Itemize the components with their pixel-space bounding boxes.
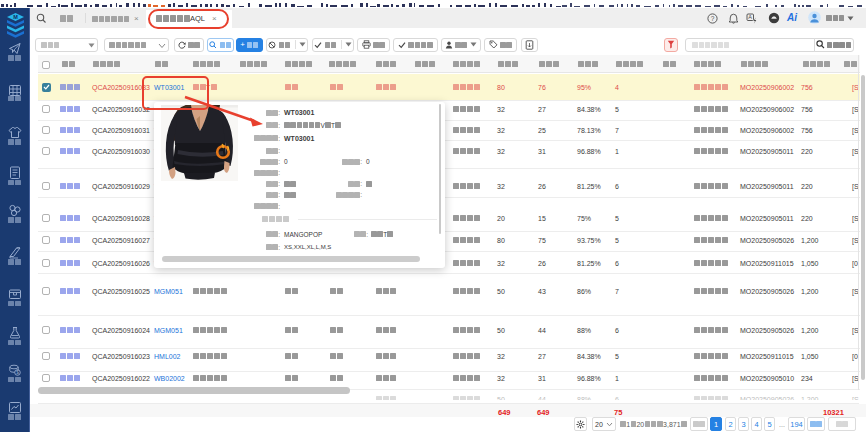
svg-text:M: M [13,14,18,20]
svg-text:?: ? [711,14,715,21]
svg-text:A: A [748,14,752,20]
